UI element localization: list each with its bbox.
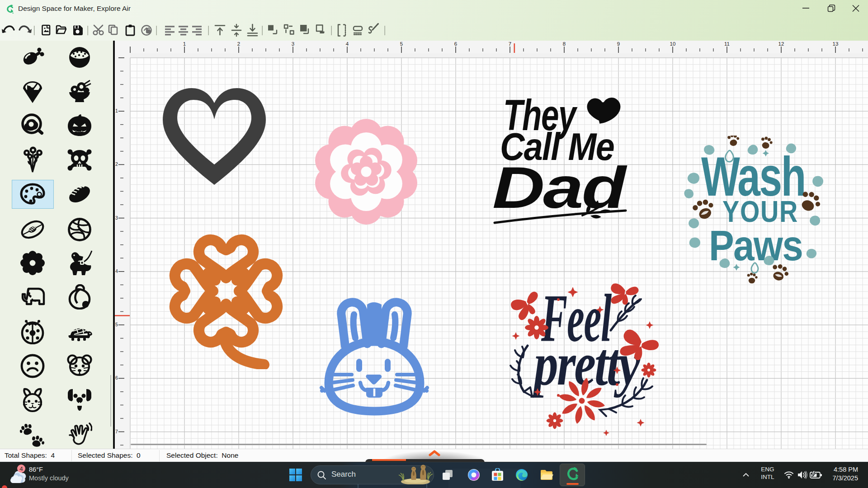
svg-text:6: 6 xyxy=(454,41,457,47)
svg-text:11: 11 xyxy=(724,41,730,47)
svg-text:1: 1 xyxy=(183,41,186,47)
svg-text:7: 7 xyxy=(509,41,511,47)
svg-text:4: 4 xyxy=(115,268,118,274)
svg-text:6: 6 xyxy=(115,375,118,380)
svg-text:5: 5 xyxy=(115,322,118,327)
svg-text:12: 12 xyxy=(778,41,784,47)
svg-text:8: 8 xyxy=(563,41,566,47)
svg-text:10: 10 xyxy=(670,41,676,47)
svg-text:2: 2 xyxy=(115,161,118,167)
svg-text:9: 9 xyxy=(617,41,620,47)
svg-text:13: 13 xyxy=(833,41,839,47)
svg-text:4: 4 xyxy=(19,465,23,472)
svg-text:3: 3 xyxy=(292,41,294,47)
svg-text:2: 2 xyxy=(237,41,240,47)
svg-text:4: 4 xyxy=(346,41,349,47)
svg-text:3: 3 xyxy=(115,215,118,221)
svg-text:1: 1 xyxy=(115,108,118,113)
svg-text:5: 5 xyxy=(400,41,403,47)
svg-text:7: 7 xyxy=(115,429,118,434)
